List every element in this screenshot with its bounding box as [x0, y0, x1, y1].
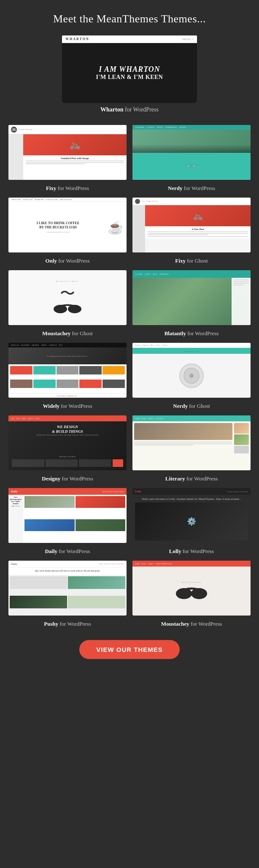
- literary-wp-label-suffix: for WordPress: [185, 475, 218, 482]
- moustachey-wp-label-bold: Moustachey: [161, 621, 189, 627]
- theme-card-moustachey-ghost[interactable]: MOUSTACHEY 〜 Moustachey for Ghost: [8, 270, 127, 337]
- theme-card-moustachey-wp[interactable]: HOME BLOG ABOUT SOME OTHER PAGES MOUSTAC…: [132, 561, 251, 627]
- fixy-ghost-thumb: Fixy Simple & Nerdy 🚲 A New Post: [132, 198, 251, 252]
- blatantly-wp-label: Blatantly for WordPress: [165, 330, 219, 337]
- wharton-tagline-1: I AM WHARTON: [96, 65, 163, 74]
- nerdy-wp-thumb: AT HOME LATELY BLOG PORTFOLIO PAGES 👓: [132, 125, 251, 180]
- nerdy-wp-label: Nerdy for WordPress: [168, 185, 215, 192]
- literary-wp-label: Literary for WordPress: [165, 475, 218, 482]
- lolly-wp-label: Lolly for WordPress: [169, 548, 214, 555]
- nerdy-ghost-label-suffix: for Ghost: [188, 403, 210, 409]
- blatantly-wp-label-bold: Blatantly: [165, 330, 186, 336]
- theme-card-pushy-wp[interactable]: Pushy Home Features Archive Contact Buy …: [8, 561, 127, 627]
- designy-wp-label-bold: Designy: [42, 475, 60, 482]
- page-title: Meet the MeanThemes Themes...: [53, 13, 206, 25]
- pushy-wp-label: Pushy for WordPress: [44, 621, 91, 627]
- lolly-wp-label-bold: Lolly: [169, 548, 181, 554]
- theme-card-fixy-wp[interactable]: Simple & Nerdy 🚲 Standard Post with Imag…: [8, 125, 127, 192]
- theme-card-literary-wp[interactable]: HOME BLOG ABOUT CONTACT: [132, 415, 251, 482]
- moustachey-ghost-label: Moustachey for Ghost: [42, 330, 93, 337]
- only-wp-label-bold: Only: [46, 258, 57, 264]
- pushy-wp-label-bold: Pushy: [44, 621, 58, 627]
- daily-wp-label: Daily for WordPress: [45, 548, 90, 555]
- fixy-wp-label-suffix: for WordPress: [57, 185, 89, 191]
- theme-card-only-wp[interactable]: ABOUT ME WHAT I DO MORE ME CONTACT ME MU…: [8, 198, 127, 264]
- lolly-objects-icon: ⚙️: [187, 517, 196, 526]
- wharton-menu: MENU ≡: [183, 38, 194, 41]
- view-themes-button[interactable]: VIEW OUR THEMES: [79, 640, 180, 659]
- wharton-label: Wharton for WordPress: [62, 106, 197, 113]
- fixy-ghost-label: Fixy for Ghost: [175, 258, 208, 264]
- cup-icon: ☕: [108, 220, 123, 235]
- nerdy-ghost-label-bold: Nerdy: [173, 403, 188, 409]
- daily-wp-label-bold: Daily: [45, 548, 57, 554]
- featured-theme-wharton: WHARTON MENU ≡ I AM WHARTON I'M LEAN & I…: [62, 35, 197, 113]
- pushy-wp-thumb: Pushy Home Features Archive Contact Buy …: [8, 561, 127, 616]
- moustache-icon: 〜: [60, 286, 75, 301]
- moustachey-wp-thumb: HOME BLOG ABOUT SOME OTHER PAGES MOUSTAC…: [132, 561, 251, 616]
- moustachey-wp-label-suffix: for WordPress: [189, 621, 222, 627]
- moustachey-ghost-label-bold: Moustachey: [42, 330, 70, 336]
- lolly-wp-thumb: Lolly Features Archives Contact Buy Hell…: [132, 488, 251, 543]
- nerdy-wp-label-suffix: for WordPress: [183, 185, 215, 191]
- bike-icon: 🚲: [69, 139, 81, 150]
- fixy-wp-thumb: Simple & Nerdy 🚲 Standard Post with Imag…: [8, 125, 127, 180]
- literary-wp-thumb: HOME BLOG ABOUT CONTACT: [132, 415, 251, 470]
- only-wp-thumb: ABOUT ME WHAT I DO MORE ME CONTACT ME MU…: [8, 198, 127, 252]
- wharton-tagline-2: I'M LEAN & I'M KEEN: [96, 74, 163, 81]
- nerdy-ghost-thumb: Popular Featured Blog About Contact — — …: [132, 343, 251, 398]
- moustachey-ghost-thumb: MOUSTACHEY 〜: [8, 270, 127, 325]
- theme-card-daily-wp[interactable]: Daily Home Featured Archive Contact love…: [8, 488, 127, 555]
- theme-card-widely-wp[interactable]: Popular Featured Archive About Contact B…: [8, 343, 127, 410]
- only-wp-label-suffix: for WordPress: [57, 258, 89, 264]
- widely-wp-label-bold: Widely: [43, 403, 60, 409]
- theme-card-nerdy-ghost[interactable]: Popular Featured Blog About Contact — — …: [132, 343, 251, 410]
- nerdy-glasses-icon: 👓: [185, 160, 198, 172]
- fixy-ghost-label-bold: Fixy: [175, 258, 186, 264]
- theme-card-fixy-ghost[interactable]: Fixy Simple & Nerdy 🚲 A New Post: [132, 198, 251, 264]
- fixy-wp-label-bold: Fixy: [46, 185, 57, 191]
- theme-card-lolly-wp[interactable]: Lolly Features Archives Contact Buy Hell…: [132, 488, 251, 555]
- fixy-ghost-label-suffix: for Ghost: [186, 258, 208, 264]
- blatantly-wp-label-suffix: for WordPress: [186, 330, 219, 336]
- only-wp-label: Only for WordPress: [46, 258, 90, 264]
- daily-wp-thumb: Daily Home Featured Archive Contact love…: [8, 488, 127, 543]
- designy-wp-label: Designy for WordPress: [42, 475, 93, 482]
- svg-point-7: [189, 374, 194, 378]
- daily-wp-label-suffix: for WordPress: [57, 548, 90, 554]
- wharton-label-suffix: for WordPress: [124, 106, 159, 113]
- literary-wp-label-bold: Literary: [165, 475, 185, 482]
- fixy-wp-label: Fixy for WordPress: [46, 185, 89, 192]
- moustachey-wp-label: Moustachey for WordPress: [161, 621, 222, 627]
- wharton-brand: WHARTON: [65, 37, 89, 41]
- moustachey-ghost-label-suffix: for Ghost: [70, 330, 93, 336]
- pushy-wp-label-suffix: for WordPress: [58, 621, 91, 627]
- widely-wp-label-suffix: for WordPress: [59, 403, 92, 409]
- widely-wp-label: Widely for WordPress: [43, 403, 92, 410]
- nerdy-wp-label-bold: Nerdy: [168, 185, 183, 191]
- lolly-wp-label-suffix: for WordPress: [181, 548, 214, 554]
- wharton-preview-image: WHARTON MENU ≡ I AM WHARTON I'M LEAN & I…: [62, 35, 197, 103]
- theme-card-designy-wp[interactable]: ONE TWO NINE ABOUT CONT... WE DESIGN& BU…: [8, 415, 127, 482]
- designy-wp-thumb: ONE TWO NINE ABOUT CONT... WE DESIGN& BU…: [8, 415, 127, 470]
- blatantly-wp-thumb: AT HOME LATELY BLOG PORTFOLIO: [132, 270, 251, 325]
- wharton-label-bold: Wharton: [100, 106, 123, 113]
- widely-wp-thumb: Popular Featured Archive About Contact B…: [8, 343, 127, 398]
- nerdy-ghost-label: Nerdy for Ghost: [173, 403, 210, 410]
- theme-card-blatantly-wp[interactable]: AT HOME LATELY BLOG PORTFOLIO Blata: [132, 270, 251, 337]
- designy-wp-label-suffix: for WordPress: [60, 475, 93, 482]
- theme-card-nerdy-wp[interactable]: AT HOME LATELY BLOG PORTFOLIO PAGES 👓 Ne…: [132, 125, 251, 192]
- themes-grid: Simple & Nerdy 🚲 Standard Post with Imag…: [8, 125, 251, 627]
